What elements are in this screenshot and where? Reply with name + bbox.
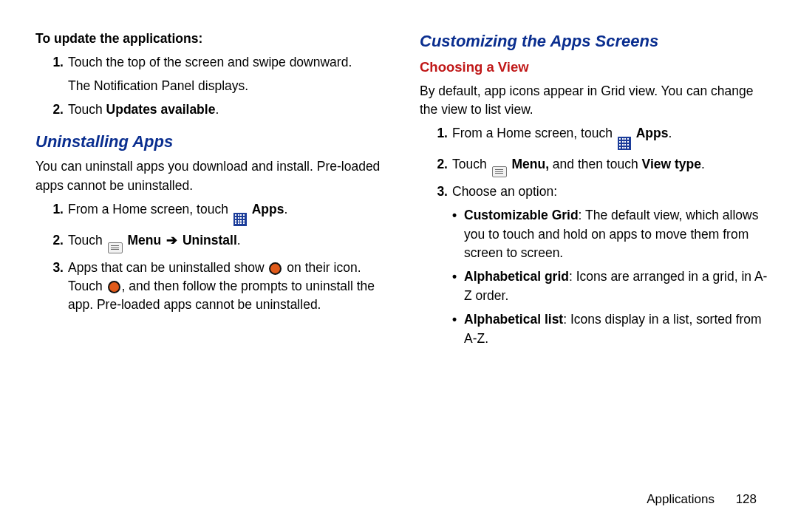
uninstall-step-1: 1. From a Home screen, touch Apps. [68,200,384,226]
menu-icon [492,166,507,177]
view-type-label: View type [642,157,701,171]
view-options: Customizable Grid: The default view, whi… [452,206,768,348]
choosing-paragraph: By default, app icons appear in Grid vie… [420,82,768,120]
update-heading: To update the applications: [35,30,384,48]
right-column: Customizing the Apps Screens Choosing a … [420,30,768,353]
uninstall-badge-icon [108,281,120,293]
left-column: To update the applications: 1. Touch the… [35,30,384,353]
updates-available-label: Updates available [106,102,216,117]
menu-label: Menu [127,233,161,248]
uninstall-paragraph: You can uninstall apps you download and … [35,157,384,195]
step-text: Touch the top of the screen and swipe do… [68,55,352,69]
uninstall-label: Uninstall [183,233,237,248]
apps-label: Apps [252,202,284,216]
apps-label: Apps [636,126,669,140]
uninstall-step-3: 3. Apps that can be uninstalled show on … [68,259,384,315]
choosing-step-2: 2. Touch Menu, and then touch View type. [452,155,768,177]
apps-grid-icon [618,137,631,150]
step-text: Touch [68,102,106,117]
menu-label: Menu, [511,157,549,171]
apps-grid-icon [233,213,247,226]
update-step-1: 1. Touch the top of the screen and swipe… [68,53,384,95]
page-number: 128 [736,492,757,506]
section-label: Applications [647,492,715,506]
arrow-icon: ➔ [166,233,177,248]
option-alphabetical-grid: Alphabetical grid: Icons are arranged in… [452,267,768,305]
update-step-2: 2. Touch Updates available. [68,100,384,119]
uninstall-step-2: 2. Touch Menu ➔ Uninstall. [68,231,384,253]
choosing-step-3: 3. Choose an option: Customizable Grid: … [452,183,768,348]
step-subtext: The Notification Panel displays. [68,77,384,95]
choosing-step-1: 1. From a Home screen, touch Apps. [452,124,768,150]
option-alphabetical-list: Alphabetical list: Icons display in a li… [452,310,768,348]
uninstall-badge-icon [269,262,282,275]
uninstalling-heading: Uninstalling Apps [35,130,384,154]
customizing-heading: Customizing the Apps Screens [420,30,768,53]
update-steps: 1. Touch the top of the screen and swipe… [55,53,384,119]
page-footer: Applications 128 [647,492,757,507]
option-customizable-grid: Customizable Grid: The default view, whi… [452,206,768,262]
uninstall-steps: 1. From a Home screen, touch Apps. 2. To… [55,200,384,315]
choosing-steps: 1. From a Home screen, touch Apps. 2. To… [439,124,768,348]
page-content: To update the applications: 1. Touch the… [0,0,798,383]
choosing-view-heading: Choosing a View [420,58,768,78]
menu-icon [108,242,123,253]
